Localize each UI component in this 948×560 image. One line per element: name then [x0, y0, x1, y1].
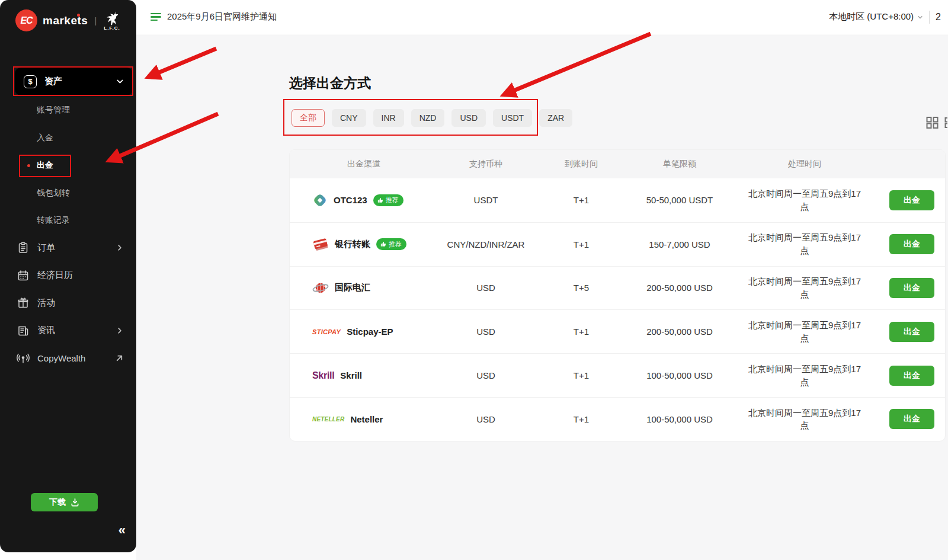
limit-cell: 100-50,000 USD — [629, 370, 731, 380]
skrill-wordmark: Skrill — [312, 370, 334, 381]
column-header: 处理时间 — [731, 159, 879, 169]
globe-logo — [312, 280, 329, 296]
sidebar-subitem-label: 入金 — [37, 133, 53, 143]
hours-cell: 北京时间周一至周五9点到17点 — [731, 187, 879, 213]
channel-cell: Skrill Skrill — [290, 370, 438, 381]
brand-markets-text: markets — [43, 14, 88, 27]
currency-cell: USD — [438, 327, 534, 337]
news-icon — [17, 325, 30, 337]
currency-cell: USDT — [438, 195, 534, 205]
active-dot-icon — [27, 164, 30, 167]
calendar-icon — [17, 270, 30, 281]
table-row: NETELLER Neteller USD T+1 100-50,000 USD… — [290, 397, 945, 441]
ec-logo-icon: EC — [15, 9, 37, 31]
filter-chip-全部[interactable]: 全部 — [292, 109, 325, 127]
filter-chip-CNY[interactable]: CNY — [332, 109, 366, 127]
channel-name: Sticpay-EP — [347, 327, 393, 337]
channel-cell: NETELLER Neteller — [290, 414, 438, 424]
sidebar-subitem-转账记录[interactable]: 转账记录 — [0, 207, 136, 235]
withdraw-methods-table: 出金渠道支持币种到账时间单笔限额处理时间 OTC123 推荐 USDT T+1 … — [289, 149, 946, 441]
currency-filter-group: 全部 CNY INR NZD USD USDT ZAR — [292, 109, 572, 127]
table-row: 银行转账 推荐 CNY/NZD/INR/ZAR T+1 150-7,000 US… — [290, 222, 945, 266]
download-button[interactable]: 下载 — [31, 493, 98, 511]
announcement-icon — [150, 13, 161, 21]
hours-cell: 北京时间周一至周五9点到17点 — [731, 319, 879, 345]
sidebar-subitem-入金[interactable]: 入金 — [0, 124, 136, 152]
table-header-row: 出金渠道支持币种到账时间单笔限额处理时间 — [290, 150, 945, 178]
withdraw-button[interactable]: 出金 — [889, 234, 934, 254]
lfc-logo: L.F.C. — [103, 10, 121, 31]
withdraw-button[interactable]: 出金 — [889, 366, 934, 386]
download-icon — [71, 498, 79, 507]
sidebar-subitem-label: 转账记录 — [37, 215, 70, 226]
filter-chip-NZD[interactable]: NZD — [411, 109, 445, 127]
table-row: OTC123 推荐 USDT T+1 50-50,000 USDT 北京时间周一… — [290, 178, 945, 222]
page-title: 选择出金方式 — [289, 74, 371, 92]
limit-cell: 200-50,000 USD — [629, 327, 731, 337]
withdraw-button[interactable]: 出金 — [889, 278, 934, 298]
sidebar-item-label: 经济日历 — [37, 270, 73, 281]
arrival-cell: T+1 — [534, 414, 629, 424]
chevron-down-icon — [116, 78, 124, 85]
withdraw-button[interactable]: 出金 — [889, 409, 934, 429]
sidebar-item-CopyWealth[interactable]: CopyWealth — [0, 344, 136, 372]
currency-cell: USD — [438, 283, 534, 293]
clipboard-icon — [17, 242, 30, 254]
channel-cell: OTC123 推荐 — [290, 193, 438, 208]
filter-chip-INR[interactable]: INR — [373, 109, 404, 127]
chevron-right-icon — [116, 244, 123, 251]
sidebar-subitem-账号管理[interactable]: 账号管理 — [0, 97, 136, 124]
arrival-cell: T+1 — [534, 195, 629, 205]
filter-chip-ZAR[interactable]: ZAR — [539, 109, 572, 127]
brand-logo: EC markets | L.F.C. — [0, 0, 136, 31]
gift-icon — [17, 297, 30, 309]
assets-submenu: 账号管理 入金 出金 钱包划转 转账记录 — [0, 97, 136, 235]
sidebar-item-经济日历[interactable]: 经济日历 — [0, 262, 136, 290]
column-header: 出金渠道 — [290, 159, 438, 169]
channel-name: 银行转账 — [335, 239, 370, 250]
sidebar-subitem-出金[interactable]: 出金 — [0, 152, 136, 180]
withdraw-button[interactable]: 出金 — [889, 322, 934, 342]
sidebar-menu: 订单 经济日历 活动 资讯 CopyWealth — [0, 234, 136, 372]
recommended-badge-label: 推荐 — [386, 196, 399, 204]
column-header: 支持币种 — [438, 159, 534, 169]
sidebar-item-assets[interactable]: $ 资产 — [15, 68, 133, 95]
filter-chip-USDT[interactable]: USDT — [493, 109, 532, 127]
topbar-divider — [929, 11, 930, 24]
liver-bird-icon — [103, 10, 121, 25]
channel-name: 国际电汇 — [335, 282, 370, 293]
clipped-topbar-text: 2 — [936, 12, 941, 23]
withdraw-button[interactable]: 出金 — [889, 190, 934, 210]
channel-name: OTC123 — [334, 195, 367, 205]
maintenance-notice[interactable]: 2025年9月6日官网维护通知 — [167, 11, 277, 23]
currency-cell: USD — [438, 414, 534, 424]
sidebar-collapse-icon[interactable]: « — [118, 524, 126, 537]
sidebar-item-活动[interactable]: 活动 — [0, 289, 136, 317]
otc123-logo — [312, 193, 328, 208]
sidebar-subitem-钱包划转[interactable]: 钱包划转 — [0, 180, 136, 207]
hours-cell: 北京时间周一至周五9点到17点 — [731, 275, 879, 301]
sidebar-item-label: 活动 — [37, 297, 55, 309]
arrival-cell: T+1 — [534, 327, 629, 337]
hours-cell: 北京时间周一至周五9点到17点 — [731, 407, 879, 433]
sidebar: EC markets | L.F.C. $ 资产 账号管理 入金 出金 钱包划转… — [0, 0, 136, 552]
filter-chip-USD[interactable]: USD — [451, 109, 486, 127]
chevron-down-icon — [917, 14, 923, 20]
sidebar-item-label: 资讯 — [37, 325, 55, 336]
sidebar-item-订单[interactable]: 订单 — [0, 234, 136, 262]
sidebar-item-资讯[interactable]: 资讯 — [0, 317, 136, 345]
broadcast-icon — [17, 352, 30, 364]
timezone-selector[interactable]: 本地时区 (UTC+8:00) — [829, 11, 923, 23]
table-row: STICPAY Sticpay-EP USD T+1 200-50,000 US… — [290, 309, 945, 353]
grid-view-icon[interactable] — [926, 116, 939, 129]
timezone-label: 本地时区 (UTC+8:00) — [829, 11, 914, 23]
sidebar-subitem-label: 出金 — [37, 160, 53, 171]
lfc-label: L.F.C. — [104, 26, 120, 31]
column-header: 到账时间 — [534, 159, 629, 169]
neteller-wordmark: NETELLER — [312, 416, 344, 423]
table-row: 国际电汇 USD T+5 200-50,000 USD 北京时间周一至周五9点到… — [290, 266, 945, 310]
thumb-up-icon — [377, 197, 383, 203]
hours-cell: 北京时间周一至周五9点到17点 — [731, 363, 879, 389]
clipped-view-icon[interactable] — [944, 117, 947, 128]
arrival-cell: T+1 — [534, 239, 629, 249]
